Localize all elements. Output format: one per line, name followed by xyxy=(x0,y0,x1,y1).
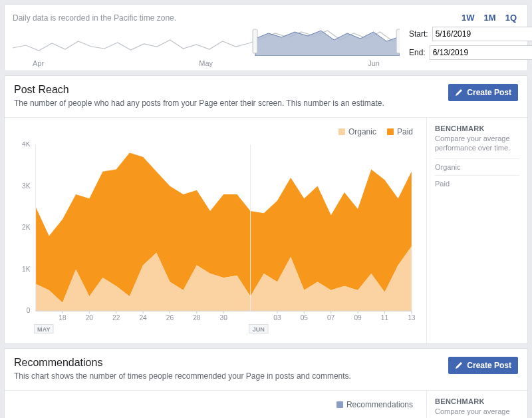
svg-text:22: 22 xyxy=(112,314,120,321)
benchmark-organic[interactable]: Organic xyxy=(435,158,519,175)
svg-text:28: 28 xyxy=(193,314,201,321)
timezone-note: Daily data is recorded in the Pacific ti… xyxy=(13,13,176,23)
overview-month-jun: Jun xyxy=(368,59,380,67)
svg-text:2K: 2K xyxy=(22,224,31,231)
svg-text:26: 26 xyxy=(166,314,174,321)
end-label: End: xyxy=(409,48,426,57)
benchmark-desc: Compare your average performance over ti… xyxy=(435,407,519,418)
start-label: Start: xyxy=(409,29,428,39)
pencil-icon xyxy=(455,361,463,369)
create-post-label: Create Post xyxy=(467,88,511,97)
range-1q[interactable]: 1Q xyxy=(503,11,519,24)
svg-text:13: 13 xyxy=(408,314,416,321)
benchmark-paid[interactable]: Paid xyxy=(435,175,519,192)
svg-text:11: 11 xyxy=(381,314,389,321)
range-toggle-group: 1W 1M 1Q xyxy=(459,11,519,24)
recommendations-title: Recommendations xyxy=(14,357,351,369)
pencil-icon xyxy=(455,89,463,97)
svg-text:03: 03 xyxy=(273,314,281,321)
post-reach-panel: Post Reach The number of people who had … xyxy=(4,75,528,344)
recommendations-chart-area: Recommendations 1 xyxy=(5,391,426,418)
end-date-input[interactable] xyxy=(430,45,532,60)
create-post-label: Create Post xyxy=(467,361,511,370)
svg-rect-0 xyxy=(253,29,257,53)
svg-text:05: 05 xyxy=(301,314,309,321)
start-date-input[interactable] xyxy=(432,27,532,41)
overview-month-may: May xyxy=(199,59,213,67)
svg-text:09: 09 xyxy=(354,314,362,321)
post-reach-chart-area: Organic Paid 01K2K3K4K182022242628300305… xyxy=(5,118,426,343)
svg-text:20: 20 xyxy=(86,314,94,321)
benchmark-title: BENCHMARK xyxy=(435,124,519,132)
range-1w[interactable]: 1W xyxy=(459,11,477,24)
overview-sparkline[interactable]: Apr May Jun xyxy=(13,27,400,64)
legend-recommendations[interactable]: Recommendations xyxy=(336,400,413,409)
range-1m[interactable]: 1M xyxy=(481,11,499,24)
post-reach-desc: The number of people who had any posts f… xyxy=(14,99,384,108)
post-reach-title: Post Reach xyxy=(14,84,384,96)
benchmark-sidebar: BENCHMARK Compare your average performan… xyxy=(426,118,527,343)
svg-text:1K: 1K xyxy=(22,266,31,273)
svg-text:4K: 4K xyxy=(22,142,31,148)
create-post-button[interactable]: Create Post xyxy=(448,84,518,101)
svg-text:24: 24 xyxy=(139,314,147,321)
svg-text:JUN: JUN xyxy=(253,326,265,333)
legend-organic[interactable]: Organic xyxy=(338,127,376,136)
benchmark-sidebar: BENCHMARK Compare your average performan… xyxy=(426,391,527,418)
create-post-button[interactable]: Create Post xyxy=(448,357,518,374)
svg-text:07: 07 xyxy=(327,314,335,321)
svg-text:3K: 3K xyxy=(22,182,31,190)
svg-text:0: 0 xyxy=(27,307,31,314)
benchmark-title: BENCHMARK xyxy=(435,397,519,405)
svg-text:MAY: MAY xyxy=(37,326,50,333)
recommendations-chart: 1 xyxy=(13,415,418,418)
svg-text:18: 18 xyxy=(59,314,66,321)
overview-month-apr: Apr xyxy=(33,59,44,67)
svg-text:30: 30 xyxy=(220,314,228,321)
benchmark-desc: Compare your average performance over ti… xyxy=(435,134,519,153)
svg-rect-1 xyxy=(396,29,400,53)
date-range-panel: Daily data is recorded in the Pacific ti… xyxy=(4,4,528,71)
recommendations-panel: Recommendations This chart shows the num… xyxy=(4,348,528,418)
legend-paid[interactable]: Paid xyxy=(387,127,413,136)
post-reach-chart: 01K2K3K4K18202224262830030507091113MAYJU… xyxy=(13,142,418,338)
recommendations-desc: This chart shows the number of times peo… xyxy=(14,371,351,381)
